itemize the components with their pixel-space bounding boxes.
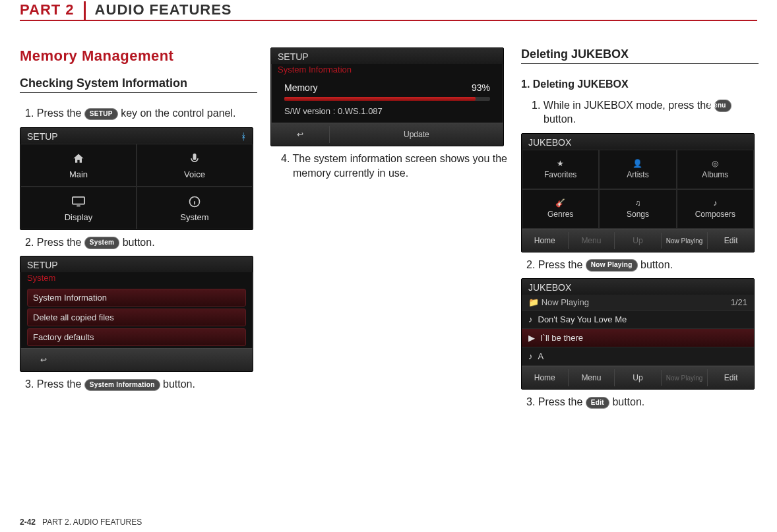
screenshot-title: JUKEBOX: [528, 137, 571, 148]
display-icon: [70, 194, 87, 210]
footer-up: Up: [614, 369, 661, 386]
label: Now Playing: [666, 237, 703, 245]
header-title: AUDIO FEATURES: [86, 1, 232, 20]
menu-row: Delete all copied files: [27, 309, 246, 326]
jukebox-cell: ♫Songs: [599, 189, 676, 229]
step-text: button.: [640, 259, 673, 270]
cell-label: Artists: [627, 170, 648, 179]
header-part: PART 2: [20, 1, 86, 20]
step-text: 2. Press the: [25, 237, 84, 248]
person-icon: 👤: [633, 159, 642, 168]
step-text: button.: [544, 113, 576, 125]
cell-label: Display: [65, 212, 93, 222]
step-4: 4. The system information screen shows y…: [276, 152, 508, 180]
jukebox-cell: ★Favorites: [522, 150, 599, 189]
footer-label: PART 2. AUDIO FEATURES: [42, 517, 142, 527]
cell-label: Songs: [627, 210, 649, 219]
menu-row: Factory defaults: [27, 328, 246, 346]
screenshot-subtitle: System Information: [271, 64, 503, 78]
footer-home: Home: [522, 232, 568, 249]
setup-system-cell: System: [137, 187, 253, 229]
screenshot-subtitle: System: [20, 272, 253, 287]
note-icon: ♫: [635, 198, 640, 208]
bluetooth-icon: ᚼ: [241, 131, 246, 142]
setup-key-label: SETUP: [84, 108, 118, 121]
guitar-icon: 🎸: [555, 198, 565, 208]
folder-icon: 📁: [528, 297, 539, 307]
screenshot-system-info: SETUP System Information Memory 93% S/W …: [270, 47, 504, 146]
setup-display-cell: Display: [20, 187, 137, 229]
cell-label: Favorites: [544, 170, 576, 179]
note-icon: ♪: [528, 314, 533, 324]
composer-icon: ♪: [713, 198, 717, 208]
column-1: Memory Management Checking System Inform…: [20, 47, 257, 416]
step-text: button.: [612, 396, 644, 407]
sw-version: S/W version : 0.WS.1.087: [271, 105, 503, 123]
subsection-heading: Checking System Information: [20, 76, 257, 93]
screenshot-setup-system: SETUP System System Information Delete a…: [20, 256, 253, 372]
update-button: Update: [329, 126, 503, 143]
deleting-jukebox-h1: 1. Deleting JUKEBOX: [521, 77, 759, 92]
cell-label: Main: [69, 169, 88, 179]
footer-menu: Menu: [568, 232, 615, 249]
now-playing-button-label: Now Playing: [586, 259, 638, 272]
label: Now Playing: [666, 374, 703, 382]
subsection-heading: Deleting JUKEBOX: [521, 47, 759, 64]
screenshot-title: JUKEBOX: [528, 282, 571, 293]
column-3: Deleting JUKEBOX 1. Deleting JUKEBOX 1. …: [521, 47, 759, 416]
step-text: 1. While in JUKEBOX mode, press the: [532, 100, 714, 111]
star-icon: ★: [557, 159, 564, 168]
track-title: A: [538, 351, 544, 361]
footer-edit: Edit: [707, 232, 754, 249]
cell-label: Voice: [184, 169, 205, 179]
column-2: SETUP System Information Memory 93% S/W …: [270, 47, 508, 416]
step-text: 3. Press the: [526, 396, 586, 407]
play-icon: ▶: [528, 333, 535, 343]
step-text: button.: [163, 378, 195, 390]
step-1: 1. While in JUKEBOX mode, press the Menu…: [526, 98, 759, 127]
jukebox-cell: ◎Albums: [677, 150, 754, 189]
track-row: ♪Don't Say You Love Me: [522, 310, 754, 329]
back-icon: ↩: [20, 351, 67, 369]
step-text: 2. Press the: [526, 259, 586, 270]
step-text: 1. Press the: [25, 107, 84, 119]
disc-icon: ◎: [712, 159, 718, 168]
memory-bar: [284, 97, 490, 101]
track-row: ♪A: [522, 347, 754, 366]
footer-home: Home: [522, 369, 568, 386]
cell-label: Genres: [547, 210, 573, 219]
memory-label: Memory: [284, 82, 318, 93]
step-text: key on the control panel.: [121, 107, 235, 119]
screenshot-setup-main: SETUPᚼ Main Voice Display System: [20, 127, 253, 230]
track-row-selected: ▶I`ll be there: [522, 329, 754, 347]
section-heading: Memory Management: [20, 47, 257, 65]
step-text: button.: [123, 237, 155, 248]
jukebox-cell: 🎸Genres: [522, 189, 599, 229]
jukebox-cell: 👤Artists: [599, 150, 676, 189]
screenshot-title: SETUP: [27, 131, 58, 142]
screenshot-title: SETUP: [27, 260, 58, 270]
footer-up: Up: [614, 232, 661, 249]
edit-button-label: Edit: [586, 397, 609, 409]
step-3: 3. Press the Edit button.: [526, 395, 759, 409]
footer-now-playing: Now Playing: [661, 370, 708, 386]
home-icon: [70, 151, 87, 167]
memory-percent: 93%: [472, 82, 490, 93]
cell-label: Composers: [695, 210, 735, 219]
setup-main-cell: Main: [20, 144, 137, 187]
now-playing-label: Now Playing: [542, 297, 589, 307]
page-number: 2-42: [20, 517, 36, 527]
cell-label: System: [180, 212, 208, 222]
footer-now-playing: Now Playing: [661, 233, 708, 249]
screenshot-jukebox-nowplaying: JUKEBOX 📁 Now Playing 1/21 ♪Don't Say Yo…: [521, 278, 755, 390]
step-1: 1. Press the SETUP key on the control pa…: [25, 106, 257, 121]
cell-label: Albums: [702, 170, 728, 179]
footer-menu: Menu: [568, 369, 615, 386]
step-2: 2. Press the System button.: [25, 235, 257, 250]
page-footer: 2-42 PART 2. AUDIO FEATURES: [20, 517, 142, 527]
back-button: ↩: [271, 126, 329, 143]
screenshot-jukebox-grid: JUKEBOX ★Favorites 👤Artists ◎Albums 🎸Gen…: [521, 133, 755, 252]
footer-edit: Edit: [707, 369, 754, 386]
screenshot-title: SETUP: [278, 51, 309, 62]
svg-rect-0: [73, 196, 84, 204]
